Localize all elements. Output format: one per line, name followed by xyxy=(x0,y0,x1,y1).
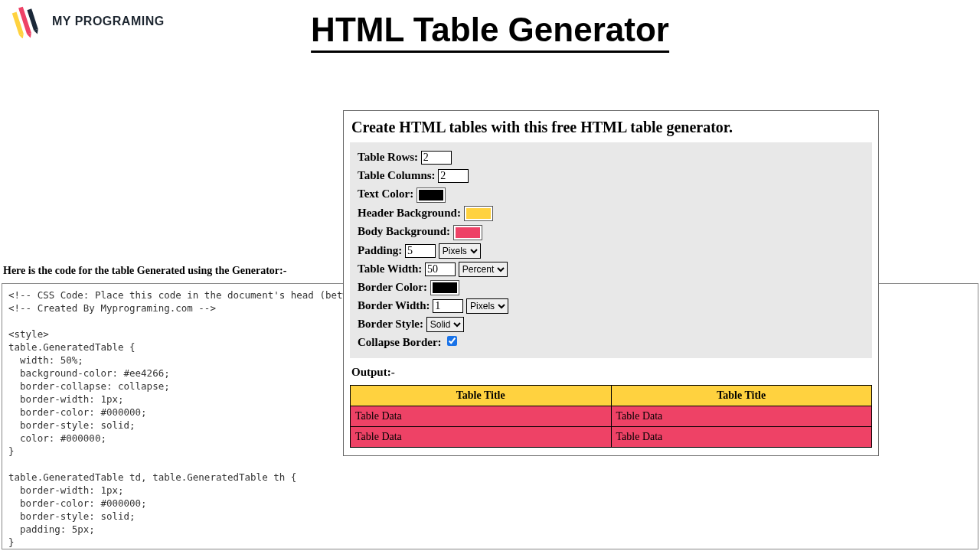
padding-input[interactable] xyxy=(405,244,436,258)
generator-panel: Create HTML tables with this free HTML t… xyxy=(343,110,879,456)
border-width-label: Border Width: xyxy=(358,299,430,311)
header-bg-label: Header Background: xyxy=(358,207,461,219)
padding-unit-select[interactable]: Pixels xyxy=(439,243,481,259)
brand-block: MY PROGRAMING xyxy=(8,5,165,38)
table-cell: Table Data xyxy=(611,427,872,448)
text-color-label: Text Color: xyxy=(358,187,413,200)
width-label: Table Width: xyxy=(358,262,422,275)
table-row: Table Data Table Data xyxy=(351,427,872,448)
output-label: Output:- xyxy=(351,366,871,379)
panel-title: Create HTML tables with this free HTML t… xyxy=(351,119,871,136)
table-header-cell: Table Title xyxy=(351,386,612,406)
page-title: HTML Table Generator xyxy=(311,11,669,53)
table-row: Table Data Table Data xyxy=(351,406,872,427)
header-bg-picker[interactable] xyxy=(464,206,493,221)
collapse-label: Collapse Border: xyxy=(358,336,442,348)
border-color-picker[interactable] xyxy=(430,280,459,295)
border-width-input[interactable] xyxy=(433,299,463,313)
table-cell: Table Data xyxy=(351,427,612,448)
output-table: Table Title Table Title Table Data Table… xyxy=(350,385,872,448)
collapse-checkbox[interactable] xyxy=(447,336,457,346)
width-unit-select[interactable]: Percent xyxy=(459,262,508,277)
code-heading: Here is the code for the table Generated… xyxy=(3,265,286,277)
table-cell: Table Data xyxy=(611,406,872,427)
border-style-label: Border Style: xyxy=(358,318,423,330)
body-bg-label: Body Background: xyxy=(358,225,450,237)
table-header-row: Table Title Table Title xyxy=(351,386,872,406)
border-color-label: Border Color: xyxy=(358,281,427,293)
text-color-picker[interactable] xyxy=(416,187,446,203)
padding-label: Padding: xyxy=(358,244,402,256)
cols-input[interactable] xyxy=(438,169,469,183)
rows-label: Table Rows: xyxy=(358,151,418,163)
table-cell: Table Data xyxy=(351,406,612,427)
rows-input[interactable] xyxy=(421,151,452,165)
brand-logo-icon xyxy=(8,5,46,38)
body-bg-picker[interactable] xyxy=(453,225,482,240)
border-style-select[interactable]: Solid xyxy=(426,317,464,332)
cols-label: Table Columns: xyxy=(358,169,436,181)
border-width-unit-select[interactable]: Pixels xyxy=(466,298,508,314)
form-block: Table Rows: Table Columns: Text Color: H… xyxy=(350,142,872,358)
width-input[interactable] xyxy=(425,262,456,276)
table-header-cell: Table Title xyxy=(611,386,872,406)
brand-name: MY PROGRAMING xyxy=(52,15,165,28)
